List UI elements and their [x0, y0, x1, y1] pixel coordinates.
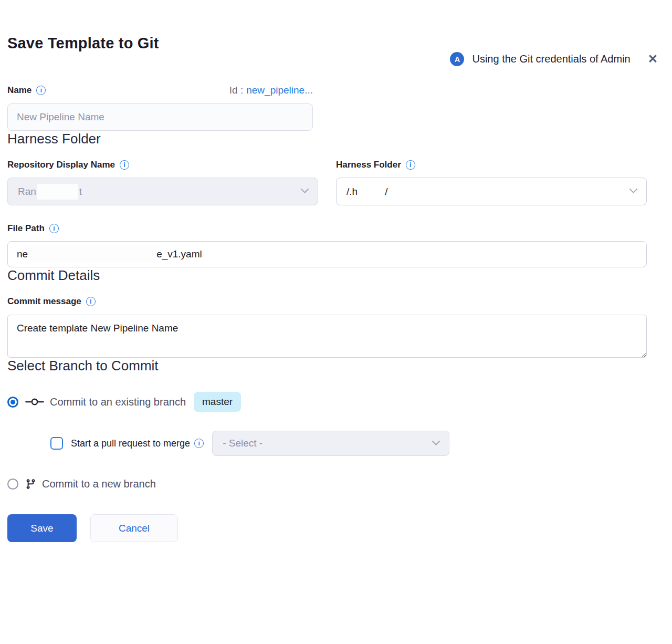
harness-folder-field: Harness Folder i /.h / — [336, 160, 647, 205]
cancel-button[interactable]: Cancel — [90, 514, 178, 542]
existing-branch-row: Commit to an existing branch master — [7, 392, 647, 412]
chevron-down-icon — [432, 437, 440, 445]
existing-branch-label[interactable]: Commit to an existing branch — [50, 396, 186, 408]
folder-value-suffix: / — [385, 186, 387, 198]
name-label-text: Name — [7, 85, 32, 96]
info-icon[interactable]: i — [86, 297, 96, 306]
pull-request-checkbox[interactable] — [50, 437, 63, 450]
template-id: Id : new_pipeline... — [229, 85, 313, 96]
file-path-value-prefix: ne — [17, 248, 28, 260]
harness-folder-heading: Harness Folder — [7, 131, 647, 147]
close-icon[interactable]: ✕ — [648, 53, 658, 65]
template-id-link[interactable]: new_pipeline... — [246, 85, 313, 96]
existing-branch-radio[interactable] — [7, 397, 18, 408]
credentials-text: Using the Git credentials of Admin — [472, 53, 630, 65]
harness-folder-label: Harness Folder i — [336, 160, 647, 170]
harness-folder-label-text: Harness Folder — [336, 160, 401, 170]
redaction-block — [28, 246, 156, 262]
save-template-dialog: A Using the Git credentials of Admin ✕ S… — [0, 35, 672, 542]
chevron-down-icon — [301, 185, 309, 193]
file-path-value-suffix: e_v1.yaml — [156, 248, 202, 260]
info-icon[interactable]: i — [36, 86, 46, 95]
file-path-input[interactable]: ne e_v1.yaml — [7, 241, 647, 267]
info-icon[interactable]: i — [120, 160, 129, 170]
repository-value-suffix: t — [79, 186, 82, 198]
repository-select[interactable]: Ran t — [7, 178, 318, 205]
target-branch-select[interactable]: - Select - — [212, 431, 449, 456]
new-branch-radio[interactable] — [7, 479, 18, 490]
info-icon[interactable]: i — [194, 439, 204, 448]
pull-request-label[interactable]: Start a pull request to merge — [71, 438, 190, 449]
name-label: Name i — [7, 85, 46, 96]
folder-value-prefix: /.h — [346, 186, 358, 198]
info-icon[interactable]: i — [49, 224, 59, 233]
git-credentials-banner: A Using the Git credentials of Admin ✕ — [450, 52, 658, 66]
chevron-down-icon — [629, 185, 638, 193]
folder-fields-row: Repository Display Name i Ran t Harness … — [7, 160, 647, 205]
new-branch-label[interactable]: Commit to a new branch — [42, 478, 156, 490]
repository-label-text: Repository Display Name — [7, 160, 115, 170]
file-path-label: File Path i — [7, 223, 647, 234]
repository-value-prefix: Ran — [18, 186, 36, 198]
save-button[interactable]: Save — [7, 514, 77, 542]
name-field-block: Name i Id : new_pipeline... — [7, 85, 313, 131]
target-branch-placeholder: - Select - — [223, 438, 262, 449]
file-path-label-text: File Path — [7, 223, 45, 234]
select-branch-heading: Select Branch to Commit — [7, 358, 647, 374]
redaction-block — [358, 184, 385, 200]
info-icon[interactable]: i — [406, 160, 415, 170]
redaction-block — [37, 184, 78, 200]
repository-field: Repository Display Name i Ran t — [7, 160, 318, 205]
commit-details-heading: Commit Details — [7, 267, 647, 284]
new-branch-row: Commit to a new branch — [7, 478, 647, 490]
git-commit-icon — [25, 397, 44, 407]
git-branch-icon — [25, 479, 36, 490]
dialog-title: Save Template to Git — [7, 35, 647, 52]
template-id-label: Id : — [229, 85, 243, 96]
commit-message-label-text: Commit message — [7, 296, 81, 307]
name-label-row: Name i Id : new_pipeline... — [7, 85, 313, 96]
commit-message-textarea[interactable]: Create template New Pipeline Name — [7, 315, 647, 358]
user-avatar: A — [450, 52, 464, 66]
repository-value: Ran t — [18, 184, 82, 200]
harness-folder-select[interactable]: /.h / — [336, 178, 647, 205]
harness-folder-value: /.h / — [346, 184, 387, 200]
file-path-value: ne e_v1.yaml — [17, 246, 202, 262]
branch-chip[interactable]: master — [194, 392, 241, 412]
commit-message-label: Commit message i — [7, 296, 647, 307]
pull-request-row: Start a pull request to merge i - Select… — [50, 431, 647, 456]
action-buttons: Save Cancel — [7, 514, 647, 542]
name-input[interactable] — [7, 103, 313, 131]
repository-label: Repository Display Name i — [7, 160, 318, 170]
